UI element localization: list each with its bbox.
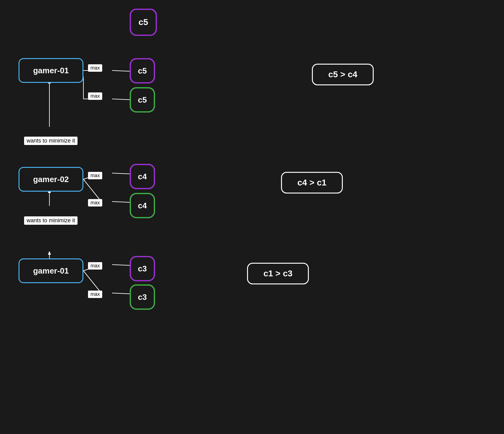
svg-line-14 <box>83 271 101 293</box>
s2r2-c4: c4 <box>130 193 155 218</box>
max-label-2-1: max <box>88 172 102 179</box>
s1r1-c5: c5 <box>130 58 155 83</box>
gamer-01-box-1: gamer-01 <box>19 58 83 83</box>
comparison-2: c4 > c1 <box>281 172 343 194</box>
max-label-1-1: max <box>88 64 102 72</box>
max-label-3-2: max <box>88 291 102 298</box>
gamer-02-box: gamer-02 <box>19 167 83 192</box>
s3r2-c3: c3 <box>130 284 155 310</box>
minimize-label-2: wants to minimize it <box>24 216 78 225</box>
minimize-label-1: wants to minimize it <box>24 137 78 145</box>
comparison-3: c1 > c3 <box>247 263 309 284</box>
svg-marker-18 <box>48 251 51 255</box>
gamer-01-box-2: gamer-01 <box>19 258 83 283</box>
comparison-1: c5 > c4 <box>312 64 374 85</box>
top-c5: c5 <box>130 9 157 36</box>
max-label-2-2: max <box>88 199 102 206</box>
svg-line-8 <box>83 179 101 202</box>
max-label-1-2: max <box>88 92 102 100</box>
s3r1-c3: c3 <box>130 256 155 281</box>
max-label-3-1: max <box>88 262 102 270</box>
s1r2-c5: c5 <box>130 87 155 113</box>
canvas: c1 c2 c3 c4 c5 gamer-01 max max c1 c2 c3… <box>0 0 504 434</box>
s2r1-c4: c4 <box>130 164 155 189</box>
